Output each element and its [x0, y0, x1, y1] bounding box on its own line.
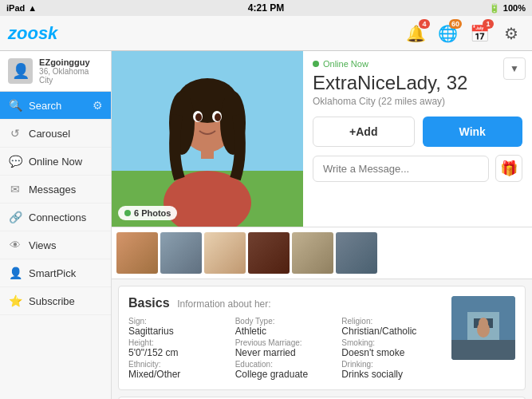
- basics-prevmarriage: Previous Marriage: Never married: [235, 338, 336, 358]
- education-label: Education:: [235, 360, 336, 369]
- search-settings-icon[interactable]: ⚙: [93, 99, 103, 112]
- sidebar-user: 👤 EZgoingguy 36, Oklahoma City: [0, 51, 111, 92]
- religion-value: Christian/Catholic: [341, 326, 442, 337]
- gift-icon: 🎁: [500, 160, 518, 177]
- calendar-button[interactable]: 📅 1: [467, 21, 492, 46]
- thumbnail-6[interactable]: [336, 232, 377, 274]
- photos-count: 6 Photos: [134, 208, 171, 218]
- sidebar-search-label: Search: [29, 100, 61, 112]
- wink-button[interactable]: Wink: [423, 117, 523, 147]
- thumbnail-3[interactable]: [204, 232, 246, 274]
- height-label: Height:: [128, 338, 229, 347]
- battery-percent: 100%: [503, 3, 526, 13]
- bodytype-label: Body Type:: [235, 317, 336, 326]
- basics-drinking: Drinking: Drinks socially: [341, 360, 442, 380]
- zoosk-logo: zoosk: [8, 23, 57, 44]
- svg-point-11: [215, 113, 221, 121]
- sidebar-item-subscribe[interactable]: ⭐ Subscribe: [0, 287, 111, 315]
- photos-badge[interactable]: 6 Photos: [118, 206, 177, 220]
- ethnicity-value: Mixed/Other: [128, 369, 229, 380]
- photos-dot: [124, 210, 131, 216]
- sidebar-item-messages[interactable]: ✉ Messages: [0, 176, 111, 203]
- sidebar-item-connections[interactable]: 🔗 Connections: [0, 203, 111, 231]
- prevmarriage-label: Previous Marriage:: [235, 338, 336, 347]
- connections-icon: 🔗: [8, 211, 22, 223]
- message-input[interactable]: [313, 156, 489, 182]
- nav-bar: zoosk 🔔 4 🌐 60 📅 1 ⚙: [0, 16, 532, 51]
- profile-location: Oklahoma City (22 miles away): [313, 96, 522, 107]
- messages-icon: ✉: [8, 183, 22, 196]
- smartpick-icon: 👤: [8, 267, 22, 279]
- search-icon: 🔍: [8, 99, 22, 112]
- smoking-label: Smoking:: [341, 338, 442, 347]
- battery-icon: 🔋: [489, 3, 500, 14]
- views-icon: 👁: [8, 239, 22, 251]
- sidebar-username: EZgoingguy: [39, 57, 103, 67]
- sidebar-item-onlinenow[interactable]: 💬 Online Now: [0, 148, 111, 176]
- sidebar-item-search[interactable]: 🔍 Search ⚙: [0, 92, 111, 120]
- wifi-icon: ▲: [28, 3, 37, 13]
- basics-sign: Sign: Sagittarius: [128, 317, 229, 337]
- onlinenow-icon: 💬: [8, 155, 22, 168]
- sidebar-item-carousel[interactable]: ↺ Carousel: [0, 120, 111, 148]
- sidebar-messages-label: Messages: [29, 184, 76, 196]
- svg-point-10: [195, 113, 202, 121]
- profile-main-photo[interactable]: 6 Photos: [112, 51, 303, 227]
- status-bar: iPad ▲ 4:21 PM 🔋 100%: [0, 0, 532, 16]
- smoking-value: Doesn't smoke: [341, 347, 442, 358]
- sidebar-smartpick-label: SmartPick: [29, 267, 76, 279]
- profile-info-panel: Online Now ExtraNiceLady, 32 Oklahoma Ci…: [303, 51, 532, 227]
- ethnicity-label: Ethnicity:: [128, 360, 229, 369]
- browser-button[interactable]: 🌐 60: [435, 21, 460, 46]
- basics-content: Basics Information about her: Sign: Sagi…: [128, 296, 442, 380]
- carousel-icon: ↺: [8, 127, 22, 140]
- prevmarriage-value: Never married: [235, 347, 336, 358]
- basics-religion: Religion: Christian/Catholic: [341, 317, 442, 337]
- notification-badge: 4: [419, 19, 430, 29]
- basics-bodytype: Body Type: Athletic: [235, 317, 336, 337]
- drinking-value: Drinks socially: [341, 369, 442, 380]
- basics-height: Height: 5'0"/152 cm: [128, 338, 229, 358]
- religion-label: Religion:: [341, 317, 442, 326]
- height-value: 5'0"/152 cm: [128, 347, 229, 358]
- thumbnail-1[interactable]: [116, 232, 158, 274]
- basics-thumbnail[interactable]: [451, 296, 515, 360]
- collapse-icon: ▼: [510, 63, 519, 74]
- basics-ethnicity: Ethnicity: Mixed/Other: [128, 360, 229, 380]
- sidebar-subscribe-label: Subscribe: [29, 295, 75, 307]
- sidebar-item-views[interactable]: 👁 Views: [0, 231, 111, 259]
- sidebar-connections-label: Connections: [29, 211, 86, 223]
- basics-smoking: Smoking: Doesn't smoke: [341, 338, 442, 358]
- status-time: 4:21 PM: [248, 2, 284, 14]
- user-info: EZgoingguy 36, Oklahoma City: [39, 57, 103, 85]
- add-button[interactable]: +Add: [313, 117, 415, 147]
- settings-button[interactable]: ⚙: [499, 21, 524, 46]
- subscribe-icon: ⭐: [8, 294, 22, 307]
- notification-button[interactable]: 🔔 4: [403, 21, 428, 46]
- message-row: 🎁: [313, 155, 522, 182]
- sidebar-carousel-label: Carousel: [29, 128, 70, 140]
- browser-badge: 60: [449, 19, 462, 29]
- thumbnail-2[interactable]: [160, 232, 202, 274]
- thumbnail-4[interactable]: [248, 232, 290, 274]
- svg-point-18: [479, 318, 488, 329]
- sidebar-views-label: Views: [29, 239, 56, 251]
- basics-header: Basics Information about her:: [128, 296, 442, 310]
- online-status-text: Online Now: [323, 59, 368, 69]
- calendar-badge: 1: [483, 19, 494, 29]
- status-left: iPad ▲: [6, 3, 37, 13]
- gift-button[interactable]: 🎁: [495, 155, 522, 182]
- collapse-button[interactable]: ▼: [503, 57, 526, 80]
- online-status: Online Now: [313, 59, 522, 69]
- bodytype-value: Athletic: [235, 326, 336, 337]
- profile-photo-visual: [112, 51, 303, 227]
- basics-grid: Sign: Sagittarius Body Type: Athletic Re…: [128, 317, 442, 380]
- thumbnail-5[interactable]: [292, 232, 333, 274]
- sidebar-item-smartpick[interactable]: 👤 SmartPick: [0, 259, 111, 287]
- drinking-label: Drinking:: [341, 360, 442, 369]
- basics-education: Education: College graduate: [235, 360, 336, 380]
- nav-icons: 🔔 4 🌐 60 📅 1 ⚙: [403, 21, 524, 46]
- profile-name: ExtraNiceLady, 32: [313, 72, 522, 94]
- sidebar-user-location: 36, Oklahoma City: [39, 67, 103, 85]
- sign-label: Sign:: [128, 317, 229, 326]
